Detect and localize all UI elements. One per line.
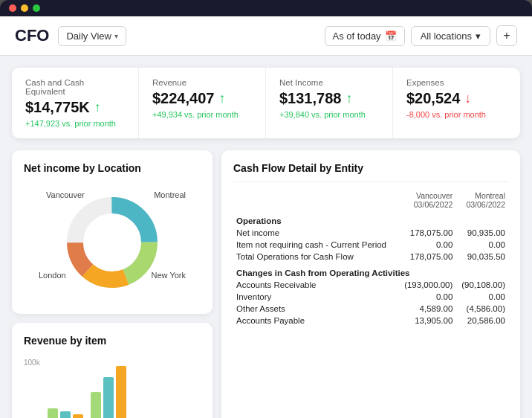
main-content: CFO Daily View ▾ As of today 📅 All locat…: [0, 16, 532, 418]
date-button[interactable]: As of today 📅: [325, 26, 405, 46]
close-dot[interactable]: [9, 4, 16, 12]
arrow-up-icon-netincome: ↑: [346, 91, 352, 106]
cf-row-col1: 0.00: [398, 291, 455, 303]
kpi-value-cash: $14,775K: [25, 99, 90, 116]
cf-row-label[interactable]: Accounts Payable: [233, 315, 398, 327]
kpi-label-revenue: Revenue: [152, 78, 252, 87]
cf-row-col2: 0.00: [455, 291, 508, 303]
header-right: As of today 📅 All locations ▾ +: [325, 25, 517, 46]
y-label-100k: 100k: [24, 358, 40, 367]
col-header-vancouver: Vancouver 03/06/2022: [398, 190, 455, 210]
net-income-chart-title: Net income by Location: [24, 162, 201, 174]
kpi-delta-netincome: +39,840 vs. prior month: [279, 110, 379, 119]
kpi-card-netincome: Net Income $131,788 ↑ +39,840 vs. prior …: [266, 68, 393, 138]
kpi-card-revenue: Revenue $224,407 ↑ +49,934 vs. prior mon…: [139, 68, 266, 138]
header: CFO Daily View ▾ As of today 📅 All locat…: [0, 16, 532, 56]
label-london: London: [39, 271, 66, 280]
bar-group-2: [91, 366, 126, 418]
cf-row-col1: 4,589.00: [398, 303, 455, 315]
cf-row-col2: 20,586.00: [455, 315, 508, 327]
revenue-chart-title: Revenue by item: [24, 335, 201, 347]
cf-row-col2: (90,108.00): [455, 279, 508, 291]
left-panel: Net income by Location: [12, 150, 213, 418]
location-dropdown[interactable]: All locations ▾: [411, 26, 490, 46]
total-col1: 178,075.00: [398, 251, 455, 263]
cf-row-label[interactable]: Other Assets: [233, 303, 398, 315]
label-montreal: Montreal: [154, 190, 186, 199]
label-newyork: New York: [152, 271, 186, 280]
maximize-dot[interactable]: [33, 4, 40, 12]
bar-teal-2: [103, 377, 114, 418]
table-row: Item not requiring cash - Current Period…: [233, 239, 508, 251]
cashflow-body: OperationsNet income 178,075.00 90,935.0…: [233, 210, 508, 327]
kpi-value-netincome: $131,788: [279, 90, 341, 107]
chevron-down-icon: ▾: [114, 32, 118, 40]
calendar-icon: 📅: [385, 30, 397, 42]
kpi-card-cash: Cash and Cash Equivalent $14,775K ↑ +147…: [12, 68, 139, 138]
cf-row-col2: 0.00: [455, 239, 508, 251]
view-dropdown[interactable]: Daily View ▾: [58, 26, 126, 46]
table-row: Changes in Cash from Operating Activitie…: [233, 263, 508, 279]
table-row: Inventory 0.00 0.00: [233, 291, 508, 303]
table-row: Operations: [233, 210, 508, 227]
page-title: CFO: [15, 26, 49, 45]
kpi-value-row-netincome: $131,788 ↑: [279, 90, 379, 107]
cf-row-col2: 90,935.00: [455, 227, 508, 239]
bar-green-1: [48, 408, 58, 418]
section-header: Changes in Cash from Operating Activitie…: [233, 263, 508, 279]
kpi-value-row-expenses: $20,524 ↓: [406, 90, 507, 107]
chevron-down-icon: ▾: [476, 30, 481, 42]
title-bar: [0, 0, 532, 16]
table-row: Other Assets 4,589.00 (4,586.00): [233, 303, 508, 315]
cf-row-col1: 0.00: [398, 239, 455, 251]
kpi-label-expenses: Expenses: [406, 78, 507, 87]
bar-chart-wrapper: 100k 80k: [24, 356, 201, 418]
cf-row-label[interactable]: Accounts Receivable: [233, 279, 398, 291]
cashflow-panel: Cash Flow Detail by Entity Vancouver 03/…: [221, 150, 520, 418]
kpi-delta-cash: +147,923 vs. prior month: [25, 119, 125, 128]
cashflow-table: Vancouver 03/06/2022 Montreal 03/06/2022…: [233, 190, 508, 327]
total-col2: 90,035.50: [455, 251, 508, 263]
bar-green-2: [91, 392, 101, 418]
donut-chart: Vancouver Montreal London New York: [24, 183, 201, 302]
cf-row-label[interactable]: Inventory: [233, 291, 398, 303]
kpi-value-expenses: $20,524: [406, 90, 460, 107]
kpi-delta-expenses: -8,000 vs. prior month: [406, 110, 507, 119]
donut-labels: Vancouver Montreal London New York: [24, 183, 201, 302]
bars-container: [48, 356, 201, 418]
table-row: Accounts Payable 13,905.00 20,586.00: [233, 315, 508, 327]
minimize-dot[interactable]: [21, 4, 28, 12]
plus-icon: +: [503, 29, 510, 42]
bar-teal-1: [60, 411, 71, 418]
y-axis-labels: 100k 80k: [24, 356, 40, 418]
kpi-value-row-revenue: $224,407 ↑: [152, 90, 252, 107]
arrow-down-icon-expenses: ↓: [464, 91, 471, 106]
col-header-montreal: Montreal 03/06/2022: [455, 190, 508, 210]
kpi-label-netincome: Net Income: [279, 78, 379, 87]
bottom-section: Net income by Location: [12, 150, 520, 418]
cf-row-col1: (193,000.00): [398, 279, 455, 291]
table-row: Net income 178,075.00 90,935.00: [233, 227, 508, 239]
total-label: Total Operations for Cash Flow: [233, 251, 398, 263]
bar-orange-1: [73, 414, 83, 418]
app-window: CFO Daily View ▾ As of today 📅 All locat…: [0, 0, 532, 418]
cf-row-col1: 13,905.00: [398, 315, 455, 327]
cf-row-col1: 178,075.00: [398, 227, 455, 239]
kpi-label-cash: Cash and Cash Equivalent: [25, 78, 125, 96]
arrow-up-icon-cash: ↑: [94, 100, 101, 115]
cf-row-col2: (4,586.00): [455, 303, 508, 315]
kpi-value-revenue: $224,407: [152, 90, 214, 107]
label-vancouver: Vancouver: [46, 190, 85, 199]
kpi-card-expenses: Expenses $20,524 ↓ -8,000 vs. prior mont…: [393, 68, 520, 138]
cashflow-title: Cash Flow Detail by Entity: [233, 162, 508, 182]
table-header-row: Vancouver 03/06/2022 Montreal 03/06/2022: [233, 190, 508, 210]
bar-group-1: [48, 408, 83, 418]
table-row: Total Operations for Cash Flow 178,075.0…: [233, 251, 508, 263]
cf-row-label[interactable]: Item not requiring cash - Current Period: [233, 239, 398, 251]
cf-row-label[interactable]: Net income: [233, 227, 398, 239]
add-button[interactable]: +: [496, 25, 517, 46]
kpi-delta-revenue: +49,934 vs. prior month: [152, 110, 252, 119]
arrow-up-icon-revenue: ↑: [218, 91, 225, 106]
table-row: Accounts Receivable (193,000.00) (90,108…: [233, 279, 508, 291]
revenue-chart-card: Revenue by item 100k 80k: [12, 323, 213, 418]
